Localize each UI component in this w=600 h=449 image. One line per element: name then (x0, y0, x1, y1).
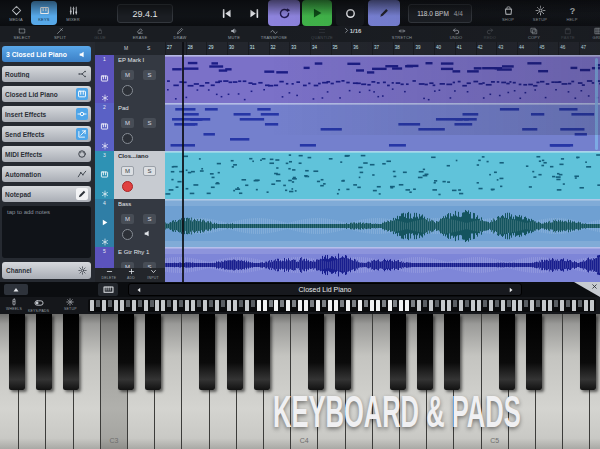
inspector-item-automation[interactable]: Automation (2, 166, 91, 182)
track-record-button[interactable] (122, 229, 133, 240)
vertical-scrollbar[interactable] (595, 58, 598, 150)
black-key-Cs3[interactable] (118, 314, 134, 390)
track-mute-button[interactable]: M (121, 118, 134, 128)
black-key-Fs4[interactable] (390, 314, 406, 390)
setup-control[interactable]: SETUP (64, 298, 77, 311)
loop-button[interactable] (268, 0, 300, 26)
inspector-item-notepad[interactable]: Notepad (2, 186, 91, 202)
tool-split[interactable]: SPLIT (44, 27, 76, 41)
tempo-display[interactable]: 118.0 BPM 4/4 (408, 4, 472, 23)
track-mute-button[interactable]: M (121, 214, 134, 224)
track-solo-button[interactable]: S (143, 118, 156, 128)
add-track-button[interactable]: ADD (121, 268, 141, 282)
skip-forward-button[interactable] (244, 0, 264, 26)
inspector-item-send-effects[interactable]: Send Effects (2, 126, 91, 142)
inspector-item-closed-lid-piano[interactable]: Closed Lid Piano (2, 86, 91, 102)
region-content (165, 247, 600, 282)
draw-mode-button[interactable] (368, 0, 400, 26)
keyboard-overview-ribbon[interactable] (88, 299, 596, 312)
keyboard-toggle-button[interactable] (98, 283, 118, 296)
black-key-Ds5[interactable] (526, 314, 542, 390)
media-button[interactable]: MEDIA (3, 1, 29, 25)
track-solo-button[interactable]: S (143, 70, 156, 80)
black-key-Fs5[interactable] (580, 314, 596, 390)
track-region[interactable] (165, 103, 600, 151)
wheels-control[interactable]: WHEELS (6, 298, 22, 311)
delete-track-button[interactable]: DELETE (99, 268, 119, 282)
black-key-Ds4[interactable] (335, 314, 351, 390)
track-record-button[interactable] (122, 181, 133, 192)
inspector-item-insert-effects[interactable]: Insert Effects (2, 106, 91, 122)
tool-quantize-value[interactable]: 1/16 (336, 27, 368, 41)
close-icon[interactable] (591, 283, 598, 290)
track-mute-button[interactable]: M (121, 70, 134, 80)
black-key-Ds3[interactable] (145, 314, 161, 390)
ribbon-key-mark (310, 300, 314, 307)
tool-erase[interactable]: ERASE (124, 27, 156, 41)
tool-grid[interactable]: GRID (582, 27, 600, 41)
tool-paste[interactable]: PASTE (552, 27, 584, 41)
track-header-ep-mark-i[interactable]: 1EP Mark IMS (95, 55, 165, 104)
tool-undo[interactable]: UNDO (440, 27, 472, 41)
tool-draw[interactable]: DRAW (164, 27, 196, 41)
tool-redo[interactable]: REDO (474, 27, 506, 41)
channel-button[interactable]: Channel (2, 262, 91, 279)
arrange-area[interactable]: 2728293031323334353637383940414243444546… (165, 42, 600, 282)
track-solo-button[interactable]: S (143, 166, 156, 176)
track-mute-button[interactable]: M (121, 166, 134, 176)
notepad-area[interactable]: tap to add notes (2, 206, 91, 258)
tool-glue[interactable]: GLUE (84, 27, 116, 41)
prev-instrument-icon[interactable] (135, 286, 143, 294)
track-region[interactable] (165, 55, 600, 103)
black-key-Gs2[interactable] (36, 314, 52, 390)
shop-button[interactable]: SHOP (495, 1, 521, 25)
tool-mute[interactable]: MUTE (218, 27, 250, 41)
tool-label-select: SELECT (14, 35, 31, 40)
selected-track-header[interactable]: 3 Closed Lid Piano (2, 46, 91, 62)
skip-back-button[interactable] (216, 0, 236, 26)
help-button[interactable]: ? HELP (559, 1, 585, 25)
black-key-Gs4[interactable] (417, 314, 433, 390)
track-region[interactable] (165, 151, 600, 199)
track-record-button[interactable] (122, 133, 133, 144)
input-track-button[interactable]: INPUT (143, 268, 163, 282)
play-button[interactable] (302, 0, 332, 26)
instrument-selector[interactable]: Closed Lid Piano (128, 283, 522, 296)
ribbon-key-mark (471, 300, 475, 311)
track-region[interactable] (165, 247, 600, 282)
black-key-As2[interactable] (63, 314, 79, 390)
mixer-button[interactable]: MIXER (60, 1, 86, 25)
tool-transpose[interactable]: TRANSPOSE (258, 27, 290, 41)
setup-button[interactable]: SETUP (527, 1, 553, 25)
timeline-ruler[interactable]: 2728293031323334353637383940414243444546… (165, 42, 600, 56)
record-button[interactable] (336, 0, 364, 26)
track-header-clos-iano[interactable]: 3Clos...ianoMS (95, 151, 165, 200)
black-key-Fs2[interactable] (9, 314, 25, 390)
keys-button[interactable]: KEYS (31, 1, 57, 25)
collapse-panel-button[interactable] (4, 284, 28, 295)
next-instrument-icon[interactable] (507, 286, 515, 294)
keys-pads-control[interactable]: KEYS/PADS (28, 298, 49, 313)
track-region[interactable] (165, 199, 600, 247)
ribbon-key-mark (399, 300, 403, 311)
inspector-item-routing[interactable]: Routing (2, 66, 91, 82)
black-key-Cs4[interactable] (308, 314, 324, 390)
black-key-Fs3[interactable] (199, 314, 215, 390)
tool-quantize[interactable]: QUANTIZE (306, 27, 338, 41)
black-key-As4[interactable] (444, 314, 460, 390)
track-record-button[interactable] (122, 85, 133, 96)
track-header-bass[interactable]: 4BassMS (95, 199, 165, 248)
playhead[interactable] (182, 42, 184, 282)
bar-number: 43 (498, 45, 503, 50)
black-key-Cs5[interactable] (499, 314, 515, 390)
tool-copy[interactable]: COPY (518, 27, 550, 41)
track-solo-button[interactable]: S (143, 214, 156, 224)
track-header-pad[interactable]: 2PadMS (95, 103, 165, 152)
black-key-Gs3[interactable] (227, 314, 243, 390)
black-key-As3[interactable] (254, 314, 270, 390)
tool-select[interactable]: SELECT (6, 27, 38, 41)
tool-stretch[interactable]: STRETCH (386, 27, 418, 41)
song-position-display[interactable]: 29.4.1 (117, 4, 173, 23)
track-monitor-icon[interactable] (143, 229, 152, 238)
inspector-item-midi-effects[interactable]: MIDI Effects (2, 146, 91, 162)
